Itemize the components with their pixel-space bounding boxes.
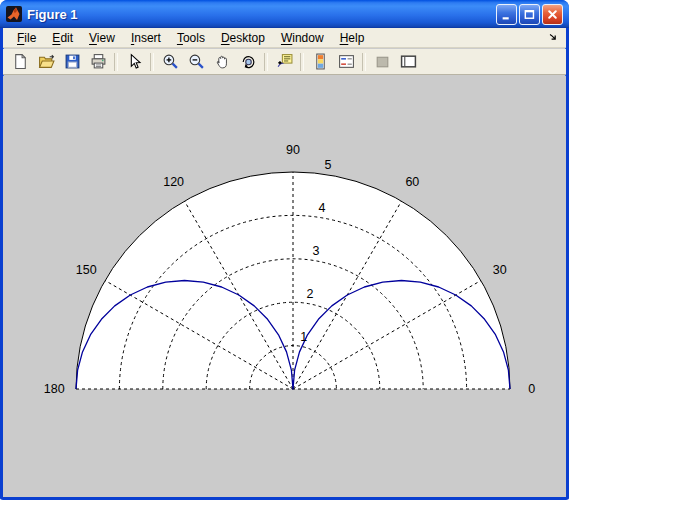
figure-canvas: 030609012015018012345	[3, 76, 566, 497]
menu-desktop[interactable]: Desktop	[213, 29, 273, 47]
close-icon	[547, 9, 558, 20]
open-folder-icon	[38, 53, 55, 70]
menu-file[interactable]: File	[9, 29, 44, 47]
menu-help[interactable]: Help	[332, 29, 373, 47]
polar-axes[interactable]: 030609012015018012345	[3, 76, 566, 497]
rotate-3d-button[interactable]	[235, 50, 261, 74]
menu-view[interactable]: View	[81, 29, 123, 47]
show-plot-tools-icon	[400, 53, 417, 70]
minimize-button[interactable]	[496, 4, 517, 25]
desktop: { "window": { "title": "Figure 1", "app_…	[0, 0, 700, 525]
printer-icon	[90, 53, 107, 70]
menu-insert[interactable]: Insert	[123, 29, 169, 47]
r-tick-label: 5	[325, 158, 332, 172]
menu-tools[interactable]: Tools	[169, 29, 213, 47]
window-title: Figure 1	[27, 7, 496, 22]
zoom-out-button[interactable]	[183, 50, 209, 74]
theta-tick-label: 60	[405, 175, 419, 189]
hide-plot-tools-icon	[374, 53, 391, 70]
chevron-southeast-icon[interactable]	[548, 31, 558, 45]
open-file-button[interactable]	[33, 50, 59, 74]
edit-plot-button[interactable]	[121, 50, 147, 74]
r-tick-label: 4	[318, 201, 325, 215]
zoom-out-icon	[188, 53, 205, 70]
colorbar-icon	[312, 53, 329, 70]
r-tick-label: 3	[312, 244, 319, 258]
legend-icon	[338, 53, 355, 70]
zoom-in-icon	[162, 53, 179, 70]
matlab-logo-icon	[6, 6, 22, 22]
menu-bar: File Edit View Insert Tools Desktop Wind…	[3, 28, 566, 48]
maximize-button[interactable]	[519, 4, 540, 25]
toolbar-separator	[114, 53, 118, 71]
toolbar-separator	[362, 53, 366, 71]
new-document-icon	[12, 53, 29, 70]
theta-tick-label: 180	[44, 382, 65, 396]
pan-button[interactable]	[209, 50, 235, 74]
data-cursor-icon	[276, 53, 293, 70]
theta-tick-label: 30	[493, 263, 507, 277]
zoom-in-button[interactable]	[157, 50, 183, 74]
insert-legend-button[interactable]	[333, 50, 359, 74]
r-tick-label: 1	[300, 330, 307, 344]
save-figure-button[interactable]	[59, 50, 85, 74]
theta-tick-label: 90	[286, 143, 300, 157]
menu-window[interactable]: Window	[273, 29, 332, 47]
close-button[interactable]	[542, 4, 563, 25]
theta-tick-label: 0	[528, 382, 535, 396]
menu-edit[interactable]: Edit	[44, 29, 81, 47]
print-figure-button[interactable]	[85, 50, 111, 74]
save-floppy-icon	[64, 53, 81, 70]
data-cursor-button[interactable]	[271, 50, 297, 74]
hand-icon	[214, 53, 231, 70]
theta-tick-label: 150	[76, 263, 97, 277]
r-tick-label: 2	[306, 287, 313, 301]
minimize-icon	[501, 9, 512, 20]
figure-window: Figure 1 File Edit View Insert Tools Des…	[0, 0, 569, 500]
toolbar-separator	[150, 53, 154, 71]
maximize-icon	[524, 9, 535, 20]
toolbar-separator	[300, 53, 304, 71]
new-figure-button[interactable]	[7, 50, 33, 74]
rotate-3d-icon	[240, 53, 257, 70]
insert-colorbar-button[interactable]	[307, 50, 333, 74]
theta-tick-label: 120	[163, 175, 184, 189]
toolbar-separator	[264, 53, 268, 71]
show-plot-tools-button[interactable]	[395, 50, 421, 74]
hide-plot-tools-button	[369, 50, 395, 74]
arrow-pointer-icon	[126, 53, 143, 70]
figure-toolbar	[3, 49, 566, 75]
titlebar[interactable]: Figure 1	[0, 0, 569, 28]
